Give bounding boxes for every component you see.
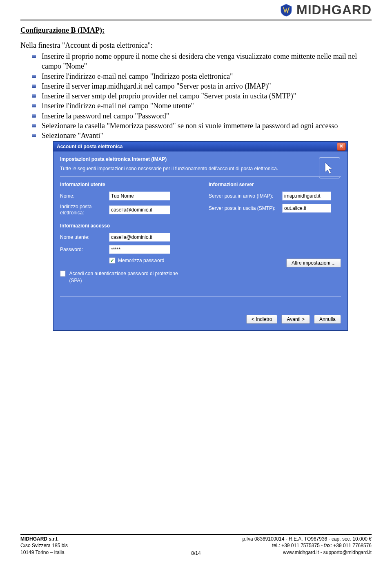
username-label: Nome utente: [60,234,109,240]
shield-icon [279,3,293,17]
dialog-description: Tutte le seguenti impostazioni sono nece… [60,165,297,172]
outgoing-server-field[interactable] [282,204,331,213]
list-item: Selezionare la casella "Memorizza passwo… [32,121,372,131]
access-section-title: Informazioni accesso [60,223,192,229]
outgoing-label: Server posta in uscita (SMTP): [209,205,282,211]
remember-label: Memorizza password [118,258,164,263]
incoming-server-field[interactable] [282,191,331,200]
cursor-decoration [319,157,340,178]
spa-label: Accedi con autenticazione password di pr… [69,270,178,284]
list-item: Inserire il server imap.midhgard.it nel … [32,81,372,91]
instruction-list: Inserire il proprio nome oppure il nome … [32,51,372,141]
email-field[interactable] [109,205,170,214]
document-body: Configurazione B (IMAP): Nella finestra … [20,24,372,147]
email-label: Indirizzo posta elettronica: [60,204,109,216]
footer-tel: tel.: +39 011 7575375 - fax: +39 011 776… [243,542,372,549]
list-item: Selezionare "Avanti" [32,131,372,140]
list-item: Inserire la password nel campo "Password… [32,111,372,121]
password-label: Password: [60,247,109,252]
server-section-title: Informazioni server [209,182,341,187]
dialog-titlebar: Account di posta elettronica ✕ [53,142,347,151]
footer-addr1: C/so Svizzera 185 bis [20,542,68,549]
next-button[interactable]: Avanti > [281,315,310,324]
footer-rule [20,534,372,535]
more-settings-button[interactable]: Altre impostazioni ... [286,258,341,267]
username-field[interactable] [109,233,170,242]
dialog-title: Account di posta elettronica [57,144,122,149]
list-item: Inserire il proprio nome oppure il nome … [32,51,372,71]
brand-logo: MIDHGARD [279,2,372,18]
brand-text: MIDHGARD [296,2,372,18]
remember-checkbox[interactable]: ✓ [109,257,116,264]
name-label: Nome: [60,193,109,199]
section-title: Configurazione B (IMAP): [20,26,372,35]
header-rule [20,20,372,20]
back-button[interactable]: < Indietro [246,315,277,324]
close-button[interactable]: ✕ [337,142,346,151]
name-field[interactable] [109,191,170,200]
spa-checkbox[interactable] [60,270,66,277]
list-item: Inserire il server smtp del proprio prov… [32,91,372,101]
incoming-label: Server posta in arrivo (IMAP): [209,193,282,199]
list-item: Inserire l'indirizzo e-mail nel campo "I… [32,71,372,81]
cancel-button[interactable]: Annulla [314,315,341,324]
dialog-heading: Impostazioni posta elettronica Internet … [60,156,341,162]
email-dialog: Account di posta elettronica ✕ Impostazi… [53,141,348,331]
user-section-title: Informazioni utente [60,182,192,187]
footer-company: MIDHGARD s.r.l. [20,536,58,542]
page-number: 8/14 [20,550,372,556]
password-field[interactable] [109,245,170,254]
list-item: Inserire l'indirizzo e-mail nel campo "N… [32,101,372,111]
footer-piva: p.Iva 08369100014 - R.E.A. TO967936 - ca… [243,536,372,543]
page-footer: MIDHGARD s.r.l. C/so Svizzera 185 bis 10… [20,536,372,556]
intro-text: Nella finestra "Account di posta elettro… [20,41,372,50]
